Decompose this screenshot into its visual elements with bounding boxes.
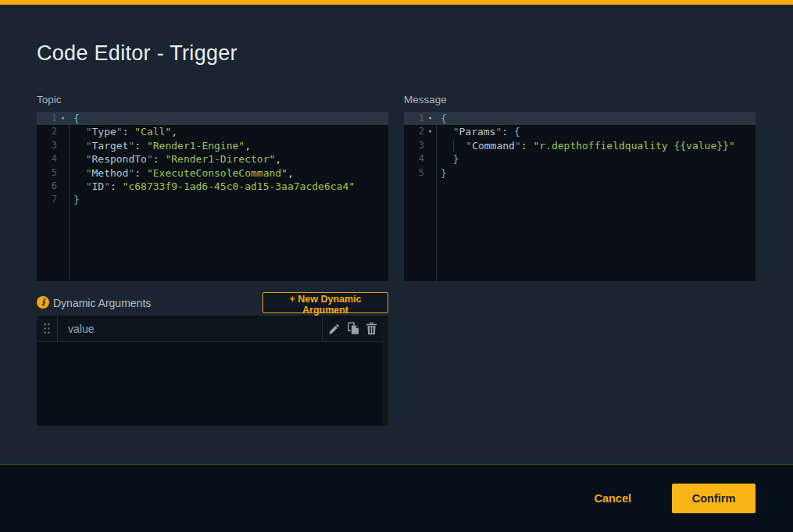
code-line: 3 "Target": "Render1-Engine", <box>37 139 388 152</box>
fold-spacer <box>57 166 69 180</box>
fold-spacer <box>57 152 69 166</box>
code-text: } <box>69 193 80 206</box>
code-text: "ID": "c68733f9-1ad6-45c0-ad15-3aa7acde6… <box>69 180 355 193</box>
cancel-button[interactable]: Cancel <box>589 491 636 505</box>
code-line: 4 } <box>404 152 755 166</box>
copy-icon[interactable] <box>347 322 360 335</box>
line-number: 1 <box>37 112 57 125</box>
fold-spacer <box>57 139 69 152</box>
fold-arrow-icon[interactable]: ▾ <box>57 112 69 125</box>
edit-pencil-icon[interactable] <box>328 323 341 335</box>
topic-label: Topic <box>37 94 62 105</box>
fold-spacer <box>57 180 69 193</box>
fold-arrow-icon[interactable]: ▾ <box>424 112 436 125</box>
confirm-button[interactable]: Confirm <box>672 484 755 513</box>
code-text: { <box>436 112 447 125</box>
line-number: 5 <box>404 166 424 180</box>
dynamic-argument-name: value <box>58 316 322 341</box>
code-line: 3 "Command": "r.depthoffieldquality {{va… <box>404 139 755 152</box>
code-text: } <box>436 152 459 166</box>
fold-spacer <box>57 125 69 138</box>
code-line: 7} <box>37 193 388 206</box>
code-line: 2 "Type": "Call", <box>37 125 388 138</box>
accent-topbar <box>0 0 793 5</box>
line-number: 4 <box>37 152 57 166</box>
topic-code-editor[interactable]: 1▾{2 "Type": "Call",3 "Target": "Render1… <box>37 112 388 281</box>
code-editor-dialog: Code Editor - Trigger Topic Message 1▾{2… <box>0 0 793 532</box>
code-text: "Target": "Render1-Engine", <box>69 139 251 152</box>
row-actions <box>322 316 383 341</box>
code-text: "Method": "ExecuteConsoleCommand", <box>69 166 294 180</box>
fold-spacer <box>424 166 436 180</box>
fold-spacer <box>424 139 436 152</box>
page-title: Code Editor - Trigger <box>37 41 238 66</box>
line-number: 3 <box>37 139 57 152</box>
scrollbar-track[interactable] <box>383 316 388 426</box>
code-text: "Params": { <box>436 125 520 138</box>
dialog-footer: Cancel Confirm <box>0 464 793 532</box>
line-number: 3 <box>404 139 424 152</box>
code-line: 5} <box>404 166 755 180</box>
drag-handle-icon[interactable] <box>37 316 58 341</box>
dynamic-arguments-label: Dynamic Arguments <box>53 297 151 309</box>
line-number: 2 <box>404 125 424 138</box>
trash-icon[interactable] <box>366 322 377 335</box>
fold-spacer <box>57 193 69 206</box>
dynamic-arguments-panel: value <box>37 316 388 426</box>
code-line: 4 "RespondTo": "Render1-Director", <box>37 152 388 166</box>
line-number: 1 <box>404 112 424 125</box>
line-number: 5 <box>37 166 57 180</box>
code-text: { <box>69 112 80 125</box>
dynamic-argument-row: value <box>37 316 383 342</box>
line-number: 7 <box>37 193 57 206</box>
info-icon: i <box>37 296 49 309</box>
line-number: 2 <box>37 125 57 138</box>
code-text: "RespondTo": "Render1-Director", <box>69 152 281 166</box>
new-dynamic-argument-button[interactable]: + New Dynamic Argument <box>263 292 388 313</box>
code-line: 5 "Method": "ExecuteConsoleCommand", <box>37 166 388 180</box>
code-text: } <box>436 166 447 180</box>
code-text: "Command": "r.depthoffieldquality {{valu… <box>436 139 735 152</box>
code-line: 1▾{ <box>37 112 388 125</box>
fold-arrow-icon[interactable]: ▾ <box>424 125 436 138</box>
code-line: 2▾ "Params": { <box>404 125 755 138</box>
line-number: 6 <box>37 180 57 193</box>
fold-spacer <box>424 152 436 166</box>
code-text: "Type": "Call", <box>69 125 177 138</box>
code-line: 1▾{ <box>404 112 755 125</box>
code-line: 6 "ID": "c68733f9-1ad6-45c0-ad15-3aa7acd… <box>37 180 388 193</box>
message-label: Message <box>404 94 447 105</box>
message-code-editor[interactable]: 1▾{2▾ "Params": {3 "Command": "r.depthof… <box>404 112 755 281</box>
line-number: 4 <box>404 152 424 166</box>
